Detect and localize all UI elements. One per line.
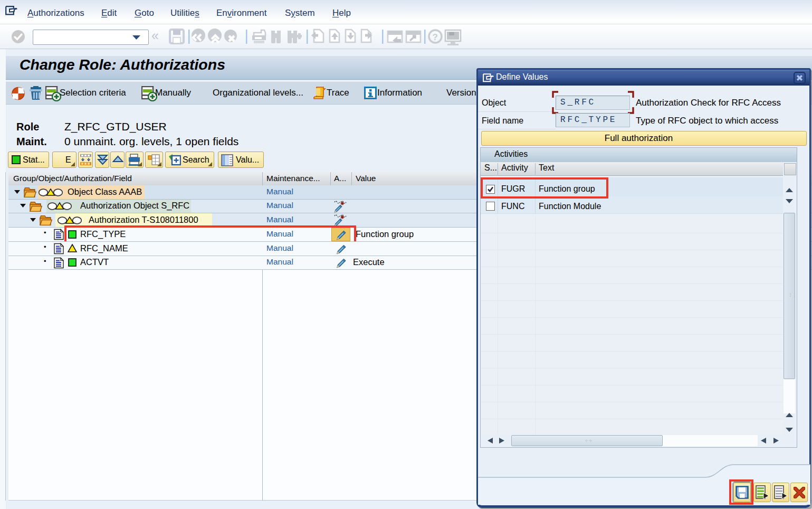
svg-text:?: ? xyxy=(433,32,438,42)
